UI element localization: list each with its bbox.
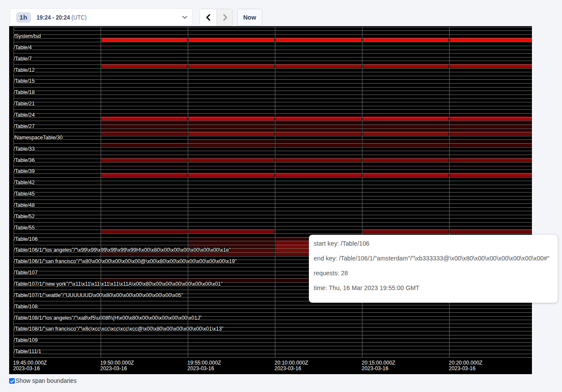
- svg-text:/Table/36: /Table/36: [14, 157, 35, 163]
- svg-text:/Table/107: /Table/107: [14, 270, 38, 276]
- svg-text:/Table/7: /Table/7: [14, 56, 32, 62]
- svg-text:/Table/111/1: /Table/111/1: [14, 348, 41, 355]
- svg-text:/Table/48: /Table/48: [14, 202, 35, 208]
- svg-text:/Table/107/1/"seattle"/"UUUUUU: /Table/107/1/"seattle"/"UUUUUUD\x00\x80\…: [14, 292, 183, 298]
- svg-text:/Table/109: /Table/109: [14, 337, 38, 343]
- svg-text:/Table/45: /Table/45: [14, 191, 35, 197]
- svg-text:2023-03-16: 2023-03-16: [449, 365, 476, 372]
- svg-text:20:10:00.000Z: 20:10:00.000Z: [274, 360, 308, 366]
- svg-text:19:45:00.000Z: 19:45:00.000Z: [13, 360, 47, 366]
- svg-text:/Table/33: /Table/33: [14, 146, 35, 152]
- svg-text:/Table/108/1/"los angeles"/"\x: /Table/108/1/"los angeles"/"\xa8\xf5\u00…: [14, 315, 202, 321]
- svg-text:/Table/12: /Table/12: [14, 67, 35, 73]
- svg-text:/Table/21: /Table/21: [14, 101, 35, 107]
- svg-text:/Table/27: /Table/27: [14, 123, 35, 129]
- svg-text:19:50:00.000Z: 19:50:00.000Z: [100, 360, 134, 366]
- svg-text:19:55:00.000Z: 19:55:00.000Z: [187, 360, 221, 366]
- svg-text:2023-03-16: 2023-03-16: [274, 365, 301, 372]
- svg-text:/System/tsd: /System/tsd: [14, 33, 41, 39]
- svg-text:2023-03-16: 2023-03-16: [100, 365, 127, 372]
- svg-text:20:20:00.000Z: 20:20:00.000Z: [449, 360, 482, 366]
- svg-text:/Table/18: /Table/18: [14, 89, 35, 95]
- svg-text:/Table/42: /Table/42: [14, 179, 35, 186]
- svg-text:2023-03-16: 2023-03-16: [362, 365, 389, 372]
- svg-text:/Table/52: /Table/52: [14, 213, 35, 220]
- svg-text:/Table/107/1/"new york"/"\x11\: /Table/107/1/"new york"/"\x11\x11\x11\x1…: [14, 281, 223, 287]
- svg-text:/Table/24: /Table/24: [14, 112, 35, 118]
- svg-text:/Table/55: /Table/55: [14, 225, 35, 231]
- svg-text:/NamespaceTable/30: /NamespaceTable/30: [14, 135, 63, 141]
- svg-text:2023-03-16: 2023-03-16: [187, 365, 214, 372]
- svg-text:/Table/108: /Table/108: [14, 304, 38, 310]
- svg-text:/Table/39: /Table/39: [14, 168, 35, 174]
- svg-text:/Table/106/1/"los angeles"/"\x: /Table/106/1/"los angeles"/"\x99\x99\x99…: [14, 247, 231, 253]
- svg-text:/Table/106: /Table/106: [14, 236, 38, 242]
- svg-text:/Table/4: /Table/4: [14, 44, 32, 51]
- svg-text:2023-03-16: 2023-03-16: [13, 365, 40, 372]
- svg-text:20:15:00.000Z: 20:15:00.000Z: [362, 360, 395, 366]
- svg-text:/Table/106/1/"san francisco"/": /Table/106/1/"san francisco"/"\x80\x00\x…: [14, 258, 237, 264]
- svg-text:/Table/15: /Table/15: [14, 78, 35, 84]
- svg-text:/Table/108/1/"san francisco"/": /Table/108/1/"san francisco"/"\x8c\xcc\x…: [14, 326, 223, 332]
